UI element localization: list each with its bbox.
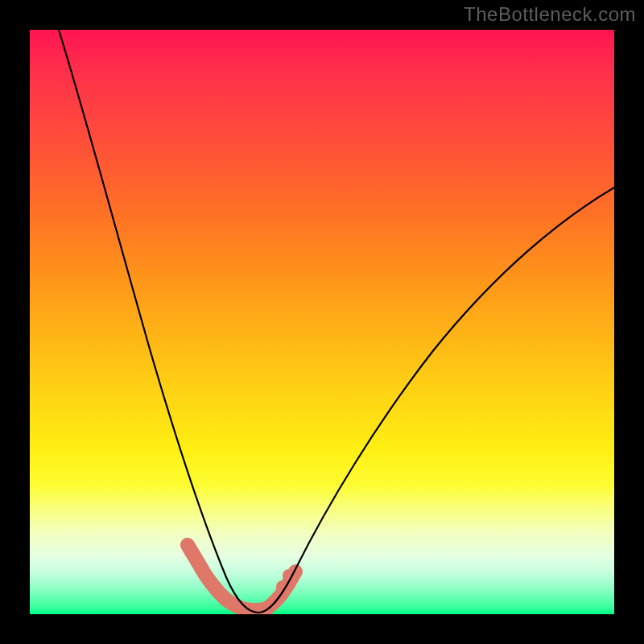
black-curve — [59, 30, 614, 613]
curve-layer — [30, 30, 614, 614]
plot-area — [30, 30, 614, 614]
chart-frame: TheBottleneck.com — [0, 0, 644, 644]
salmon-curve — [188, 545, 295, 610]
watermark-text: TheBottleneck.com — [464, 3, 636, 26]
salmon-dot-2 — [195, 563, 208, 576]
salmon-dot-1 — [184, 543, 198, 558]
